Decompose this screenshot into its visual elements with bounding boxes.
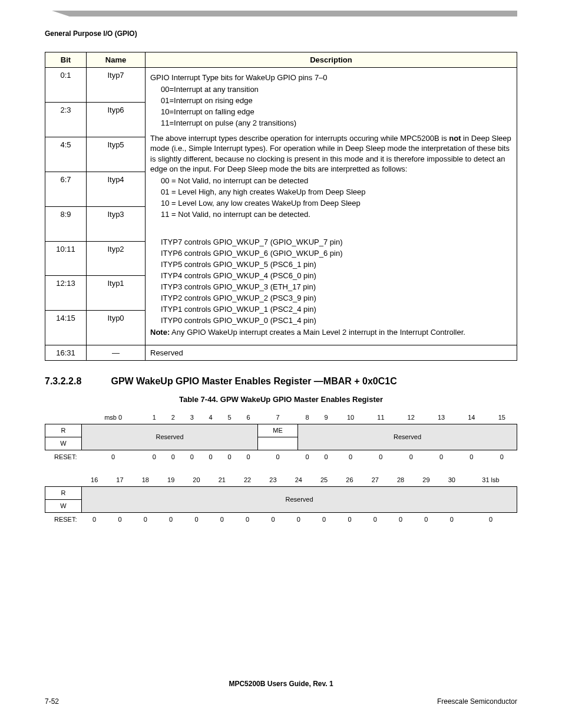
- controls-line: ITYP0 controls GPIO_WKUP_0 (PSC1_4 pin): [161, 316, 512, 325]
- reset-val: 0: [239, 450, 258, 463]
- name-cell: Ityp6: [87, 102, 146, 137]
- code-line: 00=Interrupt at any transition: [161, 85, 512, 94]
- controls-line: ITYP3 controls GPIO_WKUP_3 (ETH_17 pin): [161, 282, 512, 291]
- register-table-high: msb 0 1 2 3 4 5 6 7 8 9 10 11 12 13 14 1…: [45, 411, 517, 463]
- deep-code-line: 10 = Level Low, any low creates WakeUp f…: [161, 199, 512, 207]
- controls-line: ITYP6 controls GPIO_WKUP_6 (GPIO_WKUP_6 …: [161, 249, 512, 258]
- col-name: Name: [87, 52, 146, 68]
- bitnum: 21: [209, 473, 234, 486]
- bitnum: 3: [183, 411, 201, 424]
- controls-line: ITYP4 controls GPIO_WKUP_4 (PSC6_0 pin): [161, 271, 512, 280]
- reset-val: 0: [335, 450, 365, 463]
- name-cell: Ityp7: [87, 68, 146, 103]
- bitnum: 25: [311, 473, 336, 486]
- bitnum: 16: [82, 473, 107, 486]
- name-cell: Ityp1: [87, 276, 146, 311]
- r-label: R: [45, 486, 82, 499]
- reserved-field: Reserved: [82, 486, 517, 512]
- bitnum: 19: [158, 473, 183, 486]
- reserved-field: Reserved: [298, 424, 517, 450]
- bit-cell: 10:11: [45, 241, 87, 276]
- bitnum: 17: [107, 473, 133, 486]
- reset-val: 0: [414, 512, 439, 525]
- me-field: ME: [258, 424, 298, 437]
- reset-val: 0: [362, 512, 388, 525]
- reset-val: 0: [464, 512, 517, 525]
- controls-line: ITYP5 controls GPIO_WKUP_5 (PSC6_1 pin): [161, 260, 512, 269]
- reset-val: 0: [457, 450, 487, 463]
- reset-val: 0: [388, 512, 413, 525]
- reset-val: 0: [234, 512, 260, 525]
- bitnum: 13: [426, 411, 456, 424]
- desc-para: The above interrupt types describe opera…: [150, 133, 512, 174]
- col-bit: Bit: [45, 52, 87, 68]
- bit-cell: 12:13: [45, 276, 87, 311]
- reset-val: 0: [366, 450, 396, 463]
- col-desc: Description: [146, 52, 517, 68]
- bit-cell: 6:7: [45, 172, 87, 206]
- reset-val: 0: [220, 450, 239, 463]
- bitnum: 1: [145, 411, 164, 424]
- bitnum: 8: [298, 411, 317, 424]
- footer-doc-title: MPC5200B Users Guide, Rev. 1: [45, 680, 517, 688]
- controls-line: ITYP7 controls GPIO_WKUP_7 (GPIO_WKUP_7 …: [161, 238, 512, 246]
- reset-val: 0: [439, 512, 464, 525]
- bit-cell: 14:15: [45, 311, 87, 345]
- bit-cell: 2:3: [45, 102, 87, 137]
- register-table-low: 16 17 18 19 20 21 22 23 24 25 26 27 28 2…: [45, 473, 517, 525]
- me-field-w: [258, 437, 298, 450]
- section-title: GPW WakeUp GPIO Master Enables Register …: [111, 376, 396, 386]
- code-line: 10=Interrupt on falling edge: [161, 107, 512, 116]
- reset-val: 0: [426, 450, 456, 463]
- bitnum: 23: [260, 473, 286, 486]
- footer-company: Freescale Semiconductor: [437, 697, 517, 706]
- name-cell: Ityp3: [87, 206, 146, 241]
- deep-code-line: 01 = Level High, any high creates WakeUp…: [161, 187, 512, 196]
- reset-val: 0: [164, 450, 183, 463]
- reset-label: RESET:: [45, 450, 82, 463]
- footer-page-number: 7-52: [45, 697, 59, 706]
- bitnum: 18: [133, 473, 158, 486]
- reset-val: 0: [201, 450, 220, 463]
- desc-intro: GPIO Interrupt Type bits for WakeUp GPIO…: [150, 73, 512, 83]
- name-cell: Ityp4: [87, 172, 146, 206]
- bit-cell: 4:5: [45, 137, 87, 172]
- reset-val: 0: [337, 512, 362, 525]
- bit-description-table: Bit Name Description 0:1 Ityp7 GPIO Inte…: [45, 52, 517, 361]
- w-label: W: [45, 437, 82, 450]
- bitnum: 26: [337, 473, 362, 486]
- reset-label: RESET:: [45, 512, 82, 525]
- section-header: General Purpose I/O (GPIO): [45, 29, 517, 38]
- bitnum: 29: [414, 473, 439, 486]
- bitnum: 11: [366, 411, 396, 424]
- r-label: R: [45, 424, 82, 437]
- table-caption: Table 7-44. GPW WakeUp GPIO Master Enabl…: [45, 395, 517, 404]
- reset-val: 0: [260, 512, 286, 525]
- bitnum: 15: [487, 411, 517, 424]
- bitnum: 14: [457, 411, 487, 424]
- name-cell: Ityp0: [87, 311, 146, 345]
- bitnum: 28: [388, 473, 413, 486]
- reset-val: 0: [209, 512, 234, 525]
- bitnum: 30: [439, 473, 464, 486]
- reset-val: 0: [184, 512, 209, 525]
- page-footer: MPC5200B Users Guide, Rev. 1 7-52 Freesc…: [45, 680, 517, 706]
- code-line: 11=Interrupt on pulse (any 2 transitions…: [161, 118, 512, 127]
- reset-val: 0: [258, 450, 298, 463]
- bitnum: 31 lsb: [464, 473, 517, 486]
- reset-val: 0: [316, 450, 335, 463]
- reset-val: 0: [183, 450, 201, 463]
- reset-val: 0: [298, 450, 317, 463]
- header-rule: [70, 11, 517, 17]
- reset-val: 0: [145, 450, 164, 463]
- bitnum: 27: [362, 473, 388, 486]
- bitnum: 9: [316, 411, 335, 424]
- bit-cell: 8:9: [45, 206, 87, 241]
- reset-val: 0: [158, 512, 183, 525]
- reset-val: 0: [107, 512, 133, 525]
- reserved-field: Reserved: [82, 424, 258, 450]
- reset-val: 0: [82, 450, 145, 463]
- reset-val: 0: [396, 450, 426, 463]
- bitnum: msb 0: [82, 411, 145, 424]
- code-line: 01=Interrupt on rising edge: [161, 96, 512, 105]
